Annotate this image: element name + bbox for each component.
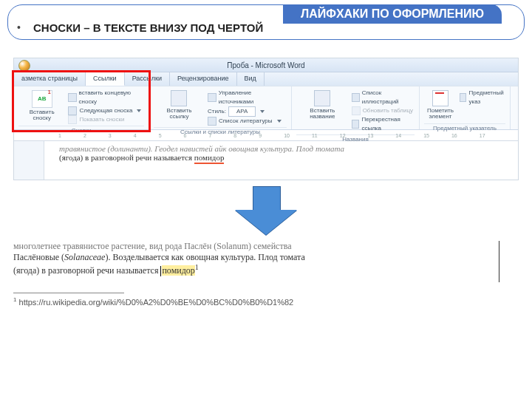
cross-reference-button[interactable]: Перекрестная ссылка xyxy=(352,115,415,133)
word-screenshot-after: многолетнее травянистое растение, вид ро… xyxy=(13,241,519,276)
citation-style-select[interactable]: Стиль: APA xyxy=(208,106,287,117)
header-band: ЛАЙФХАКИ ПО ОФОРМЛЕНИЮ xyxy=(283,4,502,24)
insert-citation-button[interactable]: Вставить ссылку xyxy=(154,89,205,122)
manage-sources-button[interactable]: Управление источниками xyxy=(208,89,287,106)
highlighted-word: помидор xyxy=(162,265,194,276)
group-citations: Вставить ссылку Управление источниками С… xyxy=(149,86,292,129)
text-line: многолетнее травянистое растение, вид ро… xyxy=(13,241,519,252)
group-index: Пометить элемент Предметный указ Предмет… xyxy=(420,86,511,129)
text-line: (ягода) в разговорной речи называется по… xyxy=(13,263,519,276)
text-line: травянистое (долинанти). Геодел навистей… xyxy=(59,144,503,153)
bibliography-button[interactable]: Список литературы xyxy=(208,117,287,126)
insert-caption-button[interactable]: Вставить название xyxy=(296,89,349,122)
word-screenshot-before: Проба - Microsoft Word азметка страницы … xyxy=(13,58,519,180)
mark-entry-button[interactable]: Пометить элемент xyxy=(424,89,457,122)
change-bar xyxy=(499,241,499,282)
slide-header: ЛАЙФХАКИ ПО ОФОРМЛЕНИЮ • СНОСКИ – В ТЕКС… xyxy=(7,4,525,40)
caption-icon xyxy=(314,90,330,106)
text-line: Паслёновые (Solanaceae). Возделывается к… xyxy=(13,252,519,263)
footnote-text: 1 https://ru.wikipedia.org/wiki/%D0%A2%D… xyxy=(13,296,519,307)
document-area[interactable]: травянистое (долинанти). Геодел навистей… xyxy=(44,141,518,180)
footnote-ref: 1 xyxy=(195,263,199,271)
text-line: (ягода) в разговорной речи называется по… xyxy=(59,153,503,162)
underlined-word: помидор xyxy=(194,153,225,164)
highlight-box xyxy=(12,70,151,132)
tab-review[interactable]: Рецензирование xyxy=(170,72,237,86)
citation-icon xyxy=(171,90,187,106)
chevron-down-icon xyxy=(260,110,265,113)
header-sub: СНОСКИ – В ТЕКСТЕ ВНИЗУ ПОД ЧЕРТОЙ xyxy=(33,21,263,34)
table-of-figures-button[interactable]: Список иллюстраций xyxy=(352,89,415,106)
index-icon xyxy=(432,90,449,106)
insert-index-button[interactable]: Предметный указ xyxy=(460,89,505,106)
tab-view[interactable]: Вид xyxy=(237,72,265,86)
group-captions: Вставить название Список иллюстраций Обн… xyxy=(292,86,420,129)
update-table-button: Обновить таблицу xyxy=(352,106,415,115)
chevron-down-icon xyxy=(277,120,282,123)
down-arrow-icon xyxy=(235,186,297,238)
bullet: • xyxy=(17,21,21,33)
footnote-separator xyxy=(13,293,124,293)
